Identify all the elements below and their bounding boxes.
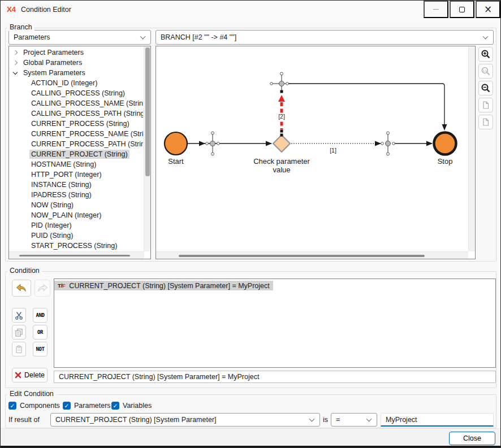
or-label: OR bbox=[37, 329, 43, 335]
page-preview-button[interactable] bbox=[478, 115, 493, 129]
edge-handle[interactable] bbox=[280, 130, 283, 133]
not-operator-button[interactable]: NOT bbox=[33, 342, 47, 356]
tree-item[interactable]: PUID (String) bbox=[9, 230, 143, 241]
zoom-in-button[interactable] bbox=[478, 47, 493, 62]
stop-node[interactable] bbox=[434, 133, 456, 155]
condition-list[interactable]: T/FCURRENT_PROJECT (String) [System Para… bbox=[54, 279, 496, 368]
condition-row-text: CURRENT_PROJECT (String) [System Paramet… bbox=[69, 282, 269, 290]
parameter-source-value: Parameters bbox=[14, 33, 50, 41]
checkbox-variables[interactable]: ✓Variables bbox=[111, 402, 152, 410]
parameter-tree-panel: Project ParametersGlobal ParametersSyste… bbox=[8, 46, 151, 259]
value-input[interactable]: MyProject bbox=[381, 413, 494, 427]
branch-select-value: BRANCH [#2 "" -> #4 ""] bbox=[161, 33, 236, 41]
x4-logo: X4 bbox=[7, 5, 16, 14]
cut-icon bbox=[15, 311, 23, 320]
arrowhead-icon bbox=[426, 141, 433, 146]
or-operator-button[interactable]: OR bbox=[33, 325, 47, 340]
tree-item[interactable]: CURRENT_PROCESS_NAME (String) bbox=[9, 129, 143, 139]
tree-item-label: Project Parameters bbox=[21, 48, 85, 57]
tree-item[interactable]: System Parameters bbox=[9, 68, 143, 78]
close-button[interactable]: Close bbox=[449, 432, 495, 445]
maximize-button[interactable] bbox=[450, 1, 474, 18]
checkbox-check-icon[interactable]: ✓ bbox=[111, 402, 119, 410]
delete-button[interactable]: Delete bbox=[12, 368, 47, 382]
tree-horizontal-scrollbar[interactable] bbox=[9, 251, 144, 259]
and-operator-button[interactable]: AND bbox=[33, 308, 47, 323]
tree-item[interactable]: HOSTNAME (String) bbox=[9, 159, 143, 169]
tree-vscroll-thumb[interactable] bbox=[145, 47, 150, 176]
parameter-source-select[interactable]: Parameters bbox=[8, 30, 151, 45]
maximize-icon bbox=[459, 7, 465, 12]
checkbox-check-icon[interactable]: ✓ bbox=[63, 402, 71, 410]
page-icon bbox=[481, 101, 490, 110]
page-icon bbox=[481, 118, 490, 127]
decision-node-label: Check parameter bbox=[253, 157, 310, 166]
cut-button[interactable] bbox=[12, 308, 26, 323]
decision-node-label2: value bbox=[273, 166, 290, 174]
tree-item[interactable]: START_PROCESS (String) bbox=[9, 241, 143, 251]
decision-node[interactable] bbox=[273, 135, 290, 152]
zoom-actual-icon: 1:1 bbox=[481, 66, 491, 76]
redo-button[interactable] bbox=[34, 280, 50, 297]
expression-select[interactable]: CURRENT_PROJECT (String) [System Paramet… bbox=[50, 413, 320, 427]
tree-item[interactable]: HTTP_PORT (Integer) bbox=[9, 169, 143, 180]
operator-select[interactable]: = bbox=[331, 413, 377, 427]
chevron-down-icon bbox=[140, 34, 146, 40]
paste-button[interactable] bbox=[12, 342, 26, 356]
edge-return-line[interactable] bbox=[288, 84, 444, 126]
tree-hscroll-thumb[interactable] bbox=[19, 255, 130, 256]
chevron-right-icon[interactable] bbox=[12, 50, 18, 55]
tree-item[interactable]: IPADRESS (String) bbox=[9, 190, 143, 200]
tree-item[interactable]: Project Parameters bbox=[9, 47, 143, 58]
checkbox-label: Parameters bbox=[74, 402, 111, 410]
chevron-right-icon[interactable] bbox=[12, 60, 18, 66]
undo-icon bbox=[16, 284, 27, 293]
zoom-out-button[interactable] bbox=[478, 81, 493, 95]
condition-group-label: Condition bbox=[7, 267, 42, 275]
diagram-hscroll-thumb[interactable] bbox=[179, 255, 425, 257]
tree-item[interactable]: CURRENT_PROCESS (String) bbox=[9, 119, 143, 129]
tree-item[interactable]: INSTANCE (String) bbox=[9, 180, 143, 190]
tree-item[interactable]: CURRENT_PROCESS_PATH (String) bbox=[9, 139, 143, 149]
svg-text:1:1: 1:1 bbox=[483, 69, 487, 72]
connector-node[interactable] bbox=[206, 132, 220, 155]
tree-item[interactable]: NOW (String) bbox=[9, 200, 143, 210]
checkbox-components[interactable]: ✓Components bbox=[8, 402, 60, 410]
zoom-in-icon bbox=[481, 49, 491, 59]
tree-item[interactable]: Global Parameters bbox=[9, 58, 143, 68]
diagram-horizontal-scrollbar[interactable] bbox=[156, 251, 468, 259]
checkbox-check-icon[interactable]: ✓ bbox=[8, 402, 16, 410]
edge-branch1-label: [1] bbox=[330, 147, 336, 154]
copy-icon bbox=[15, 328, 23, 337]
expression-value: CURRENT_PROJECT (String) [System Paramet… bbox=[55, 416, 217, 424]
close-window-button[interactable]: × bbox=[476, 1, 500, 18]
page-view-button[interactable] bbox=[478, 98, 493, 112]
copy-button[interactable] bbox=[12, 325, 26, 340]
connector-node[interactable] bbox=[270, 72, 291, 91]
connector-node[interactable] bbox=[381, 132, 395, 155]
tree-item[interactable]: NOW_PLAIN (Integer) bbox=[9, 210, 143, 220]
tree-item[interactable]: CALLING_PROCESS (String) bbox=[9, 88, 143, 98]
close-icon: × bbox=[484, 5, 492, 14]
minimize-button[interactable] bbox=[424, 1, 448, 18]
branch-select[interactable]: BRANCH [#2 "" -> #4 ""] bbox=[156, 30, 494, 45]
chevron-down-icon[interactable] bbox=[12, 70, 18, 76]
tree-item[interactable]: CALLING_PROCESS_NAME (String) bbox=[9, 98, 143, 108]
checkbox-parameters[interactable]: ✓Parameters bbox=[63, 402, 111, 410]
condition-preview-field[interactable]: CURRENT_PROJECT (String) [System Paramet… bbox=[54, 371, 496, 383]
diagram-vertical-scrollbar[interactable] bbox=[468, 46, 475, 251]
checkbox-label: Components bbox=[20, 402, 60, 410]
undo-button[interactable] bbox=[12, 280, 31, 297]
tree-item[interactable]: PID (Integer) bbox=[9, 220, 143, 230]
tree-item[interactable]: CALLING_PROCESS_PATH (String) bbox=[9, 108, 143, 119]
tree-item[interactable]: CURRENT_PROJECT (String) bbox=[9, 149, 143, 159]
start-node[interactable] bbox=[165, 132, 187, 155]
edge-handle[interactable] bbox=[280, 134, 283, 137]
tree-item-label: CALLING_PROCESS_NAME (String) bbox=[29, 99, 143, 108]
tree-item[interactable]: ACTION_ID (Integer) bbox=[9, 78, 143, 88]
arrowhead-icon bbox=[375, 141, 381, 146]
condition-row[interactable]: T/FCURRENT_PROJECT (String) [System Para… bbox=[54, 281, 273, 290]
tree-vertical-scrollbar[interactable] bbox=[144, 46, 150, 251]
zoom-actual-size-button[interactable]: 1:1 bbox=[478, 64, 493, 79]
redo-icon bbox=[37, 284, 48, 293]
